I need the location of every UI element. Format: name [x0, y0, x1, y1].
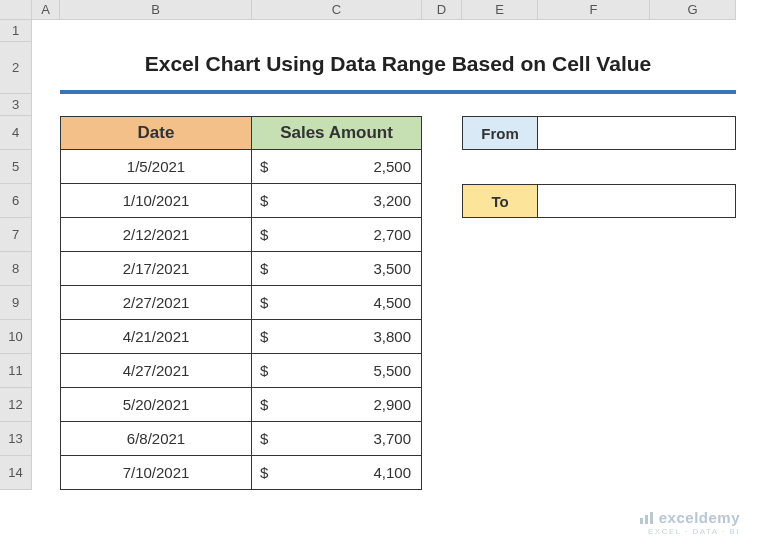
cell-sales[interactable]: $4,500 — [252, 286, 422, 320]
cell-date[interactable]: 2/17/2021 — [60, 252, 252, 286]
currency-symbol: $ — [260, 328, 268, 345]
svg-rect-1 — [645, 515, 648, 524]
row-header-1[interactable]: 1 — [0, 20, 32, 42]
amount-value: 4,100 — [268, 464, 411, 481]
col-header-F[interactable]: F — [538, 0, 650, 20]
row-header-7[interactable]: 7 — [0, 218, 32, 252]
watermark-brand: exceldemy — [659, 509, 740, 526]
to-input[interactable] — [538, 184, 736, 218]
currency-symbol: $ — [260, 226, 268, 243]
col-header-sales: Sales Amount — [252, 116, 422, 150]
amount-value: 4,500 — [268, 294, 411, 311]
cell-sales[interactable]: $3,700 — [252, 422, 422, 456]
col-header-date: Date — [60, 116, 252, 150]
currency-symbol: $ — [260, 396, 268, 413]
svg-rect-2 — [650, 512, 653, 524]
amount-value: 5,500 — [268, 362, 411, 379]
cell-sales[interactable]: $5,500 — [252, 354, 422, 388]
row-header-8[interactable]: 8 — [0, 252, 32, 286]
cell-date[interactable]: 7/10/2021 — [60, 456, 252, 490]
amount-value: 3,800 — [268, 328, 411, 345]
from-input[interactable] — [538, 116, 736, 150]
watermark: exceldemy EXCEL · DATA · BI — [639, 510, 740, 537]
cell-sales[interactable]: $4,100 — [252, 456, 422, 490]
bar-chart-icon — [639, 511, 655, 529]
to-label: To — [462, 184, 538, 218]
row-header-10[interactable]: 10 — [0, 320, 32, 354]
select-all-corner[interactable] — [0, 0, 32, 20]
svg-rect-0 — [640, 518, 643, 524]
cell-date[interactable]: 2/12/2021 — [60, 218, 252, 252]
currency-symbol: $ — [260, 260, 268, 277]
col-header-B[interactable]: B — [60, 0, 252, 20]
row-header-11[interactable]: 11 — [0, 354, 32, 388]
col-header-E[interactable]: E — [462, 0, 538, 20]
amount-value: 3,500 — [268, 260, 411, 277]
amount-value: 2,700 — [268, 226, 411, 243]
currency-symbol: $ — [260, 192, 268, 209]
cell-date[interactable]: 6/8/2021 — [60, 422, 252, 456]
cell-date[interactable]: 1/5/2021 — [60, 150, 252, 184]
currency-symbol: $ — [260, 158, 268, 175]
currency-symbol: $ — [260, 362, 268, 379]
from-label: From — [462, 116, 538, 150]
amount-value: 2,500 — [268, 158, 411, 175]
cell-sales[interactable]: $3,800 — [252, 320, 422, 354]
row-header-13[interactable]: 13 — [0, 422, 32, 456]
currency-symbol: $ — [260, 430, 268, 447]
cell-date[interactable]: 1/10/2021 — [60, 184, 252, 218]
cell-sales[interactable]: $2,900 — [252, 388, 422, 422]
col-header-G[interactable]: G — [650, 0, 736, 20]
cell-sales[interactable]: $3,200 — [252, 184, 422, 218]
amount-value: 3,200 — [268, 192, 411, 209]
row-header-6[interactable]: 6 — [0, 184, 32, 218]
cell-date[interactable]: 5/20/2021 — [60, 388, 252, 422]
watermark-sub: EXCEL · DATA · BI — [639, 528, 740, 537]
amount-value: 2,900 — [268, 396, 411, 413]
cell-sales[interactable]: $2,700 — [252, 218, 422, 252]
cell-date[interactable]: 2/27/2021 — [60, 286, 252, 320]
row-header-9[interactable]: 9 — [0, 286, 32, 320]
row-header-14[interactable]: 14 — [0, 456, 32, 490]
currency-symbol: $ — [260, 464, 268, 481]
page-title: Excel Chart Using Data Range Based on Ce… — [60, 42, 736, 94]
currency-symbol: $ — [260, 294, 268, 311]
row-header-12[interactable]: 12 — [0, 388, 32, 422]
row-header-2[interactable]: 2 — [0, 42, 32, 94]
row-header-4[interactable]: 4 — [0, 116, 32, 150]
col-header-A[interactable]: A — [32, 0, 60, 20]
cell-date[interactable]: 4/27/2021 — [60, 354, 252, 388]
col-header-D[interactable]: D — [422, 0, 462, 20]
row-header-3[interactable]: 3 — [0, 94, 32, 116]
cell-sales[interactable]: $2,500 — [252, 150, 422, 184]
col-header-C[interactable]: C — [252, 0, 422, 20]
cell-sales[interactable]: $3,500 — [252, 252, 422, 286]
row-header-5[interactable]: 5 — [0, 150, 32, 184]
cell-date[interactable]: 4/21/2021 — [60, 320, 252, 354]
amount-value: 3,700 — [268, 430, 411, 447]
